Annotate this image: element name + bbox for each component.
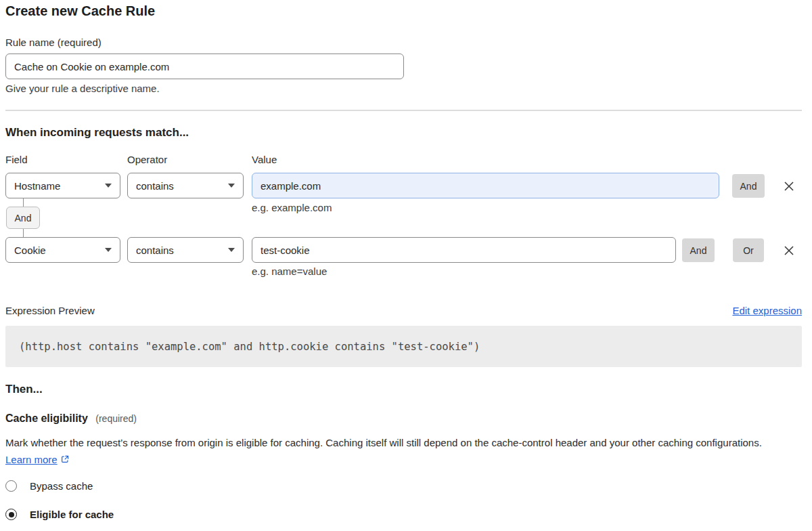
value-input-row2[interactable] (252, 237, 676, 263)
field-select-row1[interactable]: Hostname (5, 173, 120, 198)
value-hint-row1: e.g. example.com (252, 202, 332, 213)
field-select-row1-value: Hostname (14, 180, 60, 192)
chevron-down-icon (105, 248, 112, 252)
expression-preview-label: Expression Preview (5, 305, 95, 316)
connector-line-top (23, 198, 24, 207)
field-select-row2-value: Cookie (14, 245, 46, 256)
radio-unselected-icon (5, 480, 17, 492)
remove-row2-button[interactable] (783, 245, 795, 257)
rule-name-input[interactable] (5, 54, 404, 79)
chevron-down-icon (105, 184, 112, 188)
close-icon (783, 245, 795, 257)
radio-option-bypass-cache[interactable]: Bypass cache (5, 480, 93, 492)
page-title: Create new Cache Rule (5, 3, 155, 19)
operator-select-row2-value: contains (136, 245, 174, 256)
operator-select-row1[interactable]: contains (127, 173, 244, 198)
close-icon (783, 180, 795, 192)
learn-more-link[interactable]: Learn more (5, 454, 58, 465)
cache-eligibility-title: Cache eligibility (5, 412, 88, 424)
match-section-heading: When incoming requests match... (5, 126, 189, 140)
expression-code: (http.host contains "example.com" and ht… (19, 341, 480, 353)
value-input-row1[interactable] (252, 173, 719, 198)
chevron-down-icon (228, 184, 235, 188)
expression-code-box: (http.host contains "example.com" and ht… (5, 326, 802, 367)
remove-row1-button[interactable] (783, 180, 795, 192)
rule-name-label: Rule name (required) (5, 37, 102, 48)
section-divider (5, 110, 802, 111)
value-hint-row2: e.g. name=value (252, 266, 327, 277)
operator-select-row2[interactable]: contains (127, 237, 244, 263)
rule-name-helper: Give your rule a descriptive name. (5, 83, 160, 94)
edit-expression-link[interactable]: Edit expression (732, 305, 802, 316)
field-select-row2[interactable]: Cookie (5, 237, 120, 263)
then-heading: Then... (5, 383, 43, 396)
value-column-label: Value (252, 154, 277, 165)
operator-column-label: Operator (127, 154, 167, 165)
external-link-icon (60, 452, 70, 469)
connector-and-chip[interactable]: And (6, 207, 40, 229)
connector-line-bottom (23, 229, 24, 237)
and-button-row2[interactable]: And (682, 238, 715, 262)
radio-label-eligible-for-cache: Eligible for cache (30, 509, 114, 520)
radio-option-eligible-for-cache[interactable]: Eligible for cache (5, 509, 114, 520)
cache-eligibility-description: Mark whether the request’s response from… (5, 434, 785, 469)
radio-selected-icon (5, 509, 17, 520)
chevron-down-icon (228, 248, 235, 252)
cache-eligibility-required-tag: (required) (95, 413, 137, 424)
field-column-label: Field (5, 154, 28, 165)
or-button-row2[interactable]: Or (733, 238, 764, 262)
and-button-row1[interactable]: And (732, 174, 765, 198)
operator-select-row1-value: contains (136, 180, 174, 192)
cache-eligibility-description-text: Mark whether the request’s response from… (5, 437, 762, 448)
radio-label-bypass-cache: Bypass cache (30, 480, 93, 492)
